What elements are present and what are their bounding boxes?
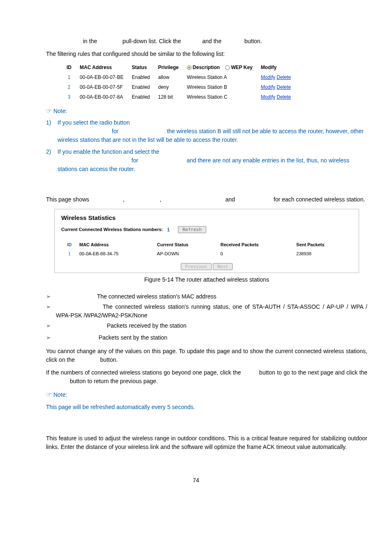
delete-link[interactable]: Delete — [277, 94, 291, 100]
col-privilege: Privilege — [154, 62, 183, 72]
col-modify: Modify — [257, 62, 295, 72]
pointer-icon: ☞ — [46, 391, 52, 398]
filtering-rules-table: ID MAC Address Status Privilege Descript… — [62, 62, 295, 102]
connected-count-label: Current Connected Wireless Stations numb… — [61, 226, 163, 233]
note-heading: ☞ Note: — [46, 390, 367, 400]
pointer-icon: ☞ — [46, 107, 52, 114]
modify-link[interactable]: Modify — [261, 84, 275, 90]
connected-count-value: 1 — [167, 226, 170, 234]
section-distance-setting: 5.6.5 Distance Setting — [46, 424, 367, 432]
col-desc-wep: Description WEP Key — [183, 62, 257, 72]
cell-mac: 00-0A-EB-00-07-5F — [76, 82, 128, 92]
cell-actions: Modify Delete — [257, 92, 295, 102]
col-id: ID — [61, 240, 78, 250]
cell-actions: Modify Delete — [257, 72, 295, 82]
modify-link[interactable]: Modify — [261, 74, 275, 80]
cell-id: 1 — [62, 72, 76, 82]
cell-status: Enabled — [128, 72, 154, 82]
filtering-intro: The filtering rules that configured shou… — [46, 50, 367, 58]
stations-table: ID MAC Address Current Status Received P… — [61, 240, 352, 259]
col-id: ID — [62, 62, 76, 72]
cell-id: 2 — [62, 82, 76, 92]
col-sent-packets: Sent Packets — [295, 240, 352, 250]
radio-description[interactable] — [187, 65, 191, 70]
col-received-packets: Received Packets — [219, 240, 295, 250]
line-1: in the pull-down list. Click the and the… — [83, 37, 367, 46]
cell-status: Enabled — [128, 92, 154, 102]
cell-mac: 00-0A-EB-00-07-BE — [76, 72, 128, 82]
note-heading: ☞ Note: — [46, 106, 367, 116]
list-item: The connected wireless station's running… — [46, 303, 367, 320]
wireless-statistics-panel: Wireless Statistics Current Connected Wi… — [54, 209, 359, 273]
cell-priv: allow — [154, 72, 183, 82]
refresh-para: You cannot change any of the values on t… — [46, 347, 367, 364]
table-row: 1 00-0A-EB-88-34-75 AP-DOWN 0 238938 — [61, 249, 352, 259]
table-row: 2 00-0A-EB-00-07-5F Enabled deny Wireles… — [62, 82, 295, 92]
distance-setting-para: This feature is used to adjust the wirel… — [46, 434, 367, 451]
field-descriptions: The connected wireless station's MAC add… — [46, 292, 367, 342]
table-row: 3 00-0A-EB-00-07-8A Enabled 128 bit Wire… — [62, 92, 295, 102]
note-item-1: 1) If you select the radio button for th… — [46, 118, 367, 144]
next-button[interactable]: Next — [213, 263, 233, 270]
delete-link[interactable]: Delete — [277, 74, 291, 80]
cell-priv: deny — [154, 82, 183, 92]
cell-mac: 00-0A-EB-00-07-8A — [76, 92, 128, 102]
modify-link[interactable]: Modify — [261, 94, 275, 100]
radio-wep-key[interactable] — [225, 65, 230, 70]
delete-link[interactable]: Delete — [277, 84, 291, 90]
list-item: The connected wireless station's MAC add… — [46, 292, 367, 301]
col-mac: MAC Address — [78, 240, 155, 250]
previous-button[interactable]: Previous — [181, 263, 212, 270]
col-status: Status — [128, 62, 154, 72]
cell-sent: 238938 — [295, 249, 352, 259]
cell-mac: 00-0A-EB-88-34-75 — [78, 249, 155, 259]
section-wireless-statistics: 5.6.4 Wireless Statistics — [46, 185, 367, 194]
cell-id: 3 — [62, 92, 76, 102]
cell-desc: Wireless Station B — [183, 82, 257, 92]
figure-caption: Figure 5-14 The router attached wireless… — [46, 275, 367, 284]
cell-actions: Modify Delete — [257, 82, 295, 92]
note-item-2: 2) If you enable the function and select… — [46, 148, 367, 173]
cell-status: AP-DOWN — [155, 249, 219, 259]
cell-id: 1 — [61, 249, 78, 259]
cell-desc: Wireless Station A — [183, 72, 257, 82]
cell-desc: Wireless Station C — [183, 92, 257, 102]
paging-para: If the numbers of connected wireless sta… — [46, 368, 367, 386]
auto-refresh-note: This page will be refreshed automaticall… — [46, 403, 367, 412]
list-item: Packets received by the station — [46, 321, 367, 330]
cell-status: Enabled — [128, 82, 154, 92]
refresh-button[interactable]: Refresh — [178, 226, 206, 233]
table-row: 1 00-0A-EB-00-07-BE Enabled allow Wirele… — [62, 72, 295, 82]
page-number: 74 — [25, 476, 367, 485]
list-item: Packets sent by the station — [46, 333, 367, 342]
col-mac: MAC Address — [76, 62, 128, 72]
wireless-stats-para: This page shows , , and for each connect… — [46, 195, 367, 204]
cell-received: 0 — [219, 249, 295, 259]
panel-title: Wireless Statistics — [61, 213, 352, 223]
col-current-status: Current Status — [155, 240, 219, 250]
cell-priv: 128 bit — [154, 92, 183, 102]
